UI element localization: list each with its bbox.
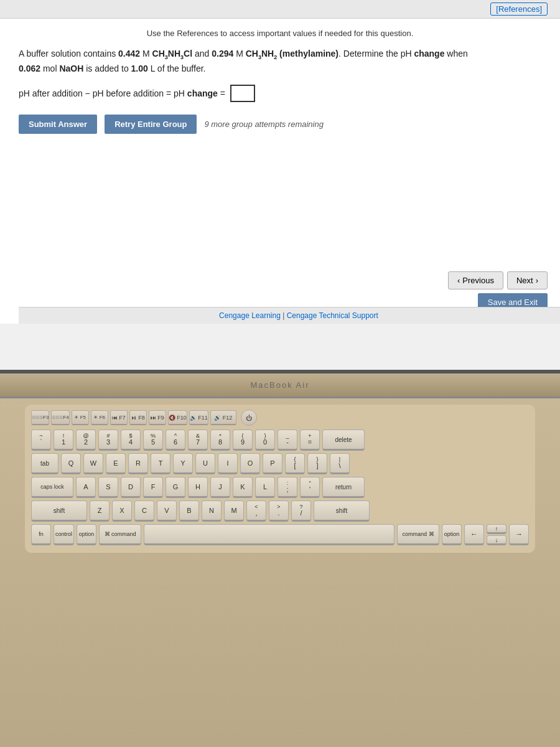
key-5[interactable]: %5 [143,430,163,451]
key-z[interactable]: Z [90,500,110,522]
key-y[interactable]: Y [173,453,193,474]
question-text: A buffer solution contains 0.442 M CH3NH… [19,47,541,76]
key-minus[interactable]: _- [278,430,297,451]
key-f4[interactable]: ☰☰☰ F4 [51,410,69,425]
key-1[interactable]: !1 [54,430,73,451]
key-x[interactable]: X [112,500,132,522]
key-up-arrow[interactable]: ↑ [487,524,506,534]
answer-input[interactable] [230,85,255,102]
key-b[interactable]: B [179,500,199,522]
key-cmd-right[interactable]: command ⌘ [397,524,439,545]
key-2[interactable]: @2 [76,430,96,451]
key-g[interactable]: G [166,477,185,498]
top-bar: [References] [0,0,560,19]
key-option-right[interactable]: option [442,524,462,545]
key-t[interactable]: T [151,453,170,474]
key-slash[interactable]: ?/ [291,500,311,522]
key-f11[interactable]: 🔉 F11 [189,410,208,425]
key-8[interactable]: *8 [210,430,230,451]
key-f8[interactable]: ⏯ F8 [129,410,147,425]
key-6[interactable]: ^6 [166,430,185,451]
instruction-text: Use the References to access important v… [19,29,541,38]
key-j[interactable]: J [210,477,230,498]
key-semicolon[interactable]: :; [278,477,297,498]
key-n[interactable]: N [202,500,222,522]
key-period[interactable]: >. [269,500,289,522]
key-7[interactable]: &7 [188,430,208,451]
key-f7[interactable]: ⏮ F7 [110,410,128,425]
key-right-arrow[interactable]: → [509,524,529,545]
key-f9[interactable]: ⏭ F9 [149,410,166,425]
key-f3[interactable]: ☰☰☰ F3 [31,410,49,425]
key-i[interactable]: I [218,453,238,474]
next-button[interactable]: Next › [507,271,548,289]
number-row: ~` !1 @2 #3 $4 %5 ^6 &7 *8 (9 )0 _- += d… [31,430,529,451]
key-d[interactable]: D [121,477,141,498]
references-link[interactable]: [References] [490,2,548,16]
key-cmd-left[interactable]: ⌘ command [99,524,141,545]
cengage-learning-link[interactable]: Cengage Learning [219,311,281,320]
key-fn[interactable]: fn [31,524,51,545]
prev-chevron-icon: ‹ [457,276,460,285]
key-delete[interactable]: delete [322,430,365,451]
key-c[interactable]: C [134,500,154,522]
key-space[interactable] [144,524,394,545]
key-k[interactable]: K [233,477,253,498]
function-row: ☰☰☰ F3 ☰☰☰ F4 ☀ F5 ☀ F6 ⏮ F7 ⏯ F8 ⏭ F9 🔇… [31,410,529,426]
button-row: Submit Answer Retry Entire Group 9 more … [19,115,541,134]
equation-line: pH after addition − pH before addition =… [19,85,541,102]
key-m[interactable]: M [224,500,244,522]
previous-button[interactable]: ‹ Previous [448,271,503,289]
key-return[interactable]: return [322,477,365,498]
key-ctrl[interactable]: control [54,524,74,545]
key-s[interactable]: S [98,477,118,498]
submit-button[interactable]: Submit Answer [19,115,97,134]
key-u[interactable]: U [195,453,215,474]
key-f12[interactable]: 🔊 F12 [210,410,236,425]
key-right-shift[interactable]: shift [314,500,370,522]
key-equals[interactable]: += [300,430,320,451]
power-button[interactable]: ⏻ [241,410,257,426]
key-close-bracket[interactable]: }] [307,453,327,474]
key-backtick[interactable]: ~` [31,430,51,451]
retry-button[interactable]: Retry Entire Group [105,115,197,134]
key-q[interactable]: Q [61,453,81,474]
keyboard-area: ☰☰☰ F3 ☰☰☰ F4 ☀ F5 ☀ F6 ⏮ F7 ⏯ F8 ⏭ F9 🔇… [0,398,560,747]
key-0[interactable]: )0 [255,430,275,451]
key-a[interactable]: A [76,477,96,498]
key-comma[interactable]: <, [246,500,266,522]
key-option[interactable]: option [77,524,96,545]
macbook-label: MacBook Air [251,380,310,390]
key-left-shift[interactable]: shift [31,500,87,522]
key-l[interactable]: L [255,477,275,498]
key-down-arrow[interactable]: ↓ [487,535,506,545]
key-p[interactable]: P [263,453,282,474]
content-area: Use the References to access important v… [0,19,560,324]
key-v[interactable]: V [157,500,177,522]
key-o[interactable]: O [240,453,260,474]
key-quote[interactable]: "' [300,477,320,498]
key-r[interactable]: R [128,453,148,474]
key-e[interactable]: E [106,453,126,474]
key-left-arrow[interactable]: ← [464,524,484,545]
key-f6[interactable]: ☀ F6 [91,410,108,425]
bottom-row: fn control option ⌘ command command ⌘ op… [31,524,529,545]
key-caps[interactable]: caps lock [31,477,73,498]
key-backslash[interactable]: |\ [330,453,350,474]
nav-buttons: ‹ Previous Next › [448,271,548,289]
key-tab[interactable]: tab [31,453,58,474]
key-f[interactable]: F [143,477,163,498]
key-f10[interactable]: 🔇 F10 [168,410,187,425]
key-h[interactable]: H [188,477,208,498]
technical-support-link[interactable]: Cengage Technical Support [287,311,378,320]
caps-row: caps lock A S D F G H J K L :; "' return [31,477,529,498]
key-9[interactable]: (9 [233,430,253,451]
tab-row: tab Q W E R T Y U I O P {[ }] |\ [31,453,529,474]
attempts-text: 9 more group attempts remaining [204,120,323,129]
key-4[interactable]: $4 [121,430,141,451]
key-3[interactable]: #3 [98,430,118,451]
key-f5[interactable]: ☀ F5 [72,410,89,425]
key-open-bracket[interactable]: {[ [285,453,305,474]
key-w[interactable]: W [83,453,103,474]
footer-bar: Cengage Learning | Cengage Technical Sup… [19,307,560,324]
